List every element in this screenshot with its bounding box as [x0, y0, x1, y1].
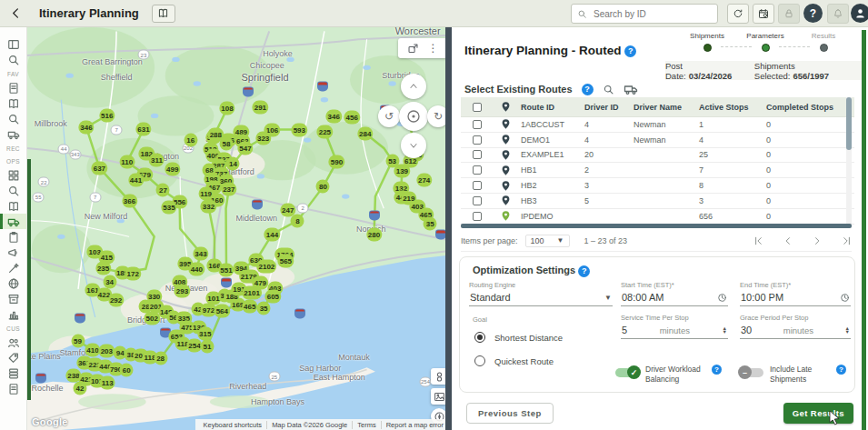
tilt-up-button[interactable] [401, 74, 426, 99]
goal-radio-1[interactable]: Shortest Distance [474, 332, 563, 343]
stop-cluster-marker[interactable]: 80 [316, 180, 330, 194]
tilt-down-button[interactable] [401, 133, 426, 158]
toggle-help-icon[interactable]: ? [712, 365, 722, 375]
row-checkbox[interactable] [473, 150, 482, 159]
documentation-button[interactable] [152, 5, 175, 23]
stop-cluster-marker[interactable]: 110 [119, 155, 135, 169]
toggle-switch[interactable]: ✓ [615, 368, 639, 377]
stepper-arrows-icon[interactable]: ▲▼ [845, 326, 850, 334]
sidebar-item-archive[interactable] [0, 291, 26, 306]
stop-cluster-marker[interactable]: 2101 [242, 285, 262, 299]
stop-cluster-marker[interactable]: 315 [197, 327, 213, 341]
stop-cluster-marker[interactable]: 535 [161, 201, 176, 215]
routes-help-icon[interactable]: ? [582, 84, 594, 95]
sidebar-item-search[interactable] [0, 52, 26, 67]
sidebar-item-panel[interactable] [0, 36, 26, 52]
toggle-help-icon[interactable]: ? [836, 365, 846, 375]
stop-cluster-marker[interactable]: 456 [344, 110, 360, 124]
last-page-button[interactable] [841, 235, 852, 246]
stop-cluster-marker[interactable]: 8 [291, 214, 304, 227]
stop-cluster-marker[interactable]: 440 [189, 262, 205, 275]
stop-cluster-marker[interactable]: 203 [99, 345, 115, 358]
stop-cluster-marker[interactable]: 225 [317, 125, 333, 138]
stop-cluster-marker[interactable]: 343 [193, 246, 208, 260]
row-checkbox[interactable] [473, 196, 482, 205]
sidebar-item-chart[interactable] [0, 306, 26, 322]
stop-cluster-marker[interactable]: 465 [242, 300, 257, 314]
routing-engine-field[interactable]: Routing Engine Standard▼ [469, 281, 613, 306]
stop-cluster-marker[interactable]: 60 [120, 364, 134, 377]
panel-help-icon[interactable]: ? [624, 45, 636, 57]
sidebar-item-grid[interactable] [0, 167, 26, 183]
stop-cluster-marker[interactable]: 292 [108, 293, 124, 306]
stop-cluster-marker[interactable]: 637 [92, 161, 107, 175]
sidebar-item-globe[interactable] [0, 275, 26, 291]
sidebar-item-truck-selected[interactable] [0, 214, 26, 229]
row-checkbox[interactable] [473, 135, 482, 145]
routes-truck-icon[interactable] [624, 82, 638, 96]
radio-icon[interactable] [474, 355, 485, 366]
stop-cluster-marker[interactable]: 113 [100, 375, 115, 389]
stop-cluster-marker[interactable]: 346 [78, 120, 94, 134]
sidebar-item-search[interactable] [0, 183, 26, 198]
stop-cluster-marker[interactable]: 590 [329, 155, 344, 168]
sidebar-item-truck[interactable] [0, 126, 26, 142]
stop-cluster-marker[interactable]: 14 [226, 157, 240, 171]
grace-period-field[interactable]: Grace Period Per Stop 30minutes▲▼ [740, 314, 851, 339]
stop-cluster-marker[interactable]: 280 [366, 227, 382, 241]
pin-icon[interactable] [490, 195, 517, 206]
routes-search-icon[interactable] [603, 84, 614, 95]
global-search[interactable] [571, 4, 718, 24]
stop-cluster-marker[interactable]: 2102 [256, 260, 276, 274]
stop-cluster-marker[interactable]: 332 [201, 200, 216, 214]
attribution-item[interactable]: Map Data ©2026 Google [266, 421, 352, 429]
previous-step-button[interactable]: Previous Step [466, 403, 554, 424]
column-header[interactable]: Route ID [517, 103, 581, 112]
stop-cluster-marker[interactable]: 291 [253, 101, 268, 115]
stop-cluster-marker[interactable]: 593 [292, 123, 307, 136]
column-header[interactable]: Active Stops [695, 103, 763, 112]
stop-cluster-marker[interactable]: 502 [145, 312, 160, 325]
stop-cluster-marker[interactable]: 42 [73, 382, 86, 395]
map-right-scrollbar[interactable] [445, 27, 452, 430]
toggle-switch[interactable]: – [740, 368, 763, 377]
start-time-field[interactable]: Start Time (EST)* 08:00 AM [621, 281, 728, 306]
stepper-arrows-icon[interactable]: ▲▼ [723, 326, 727, 334]
end-time-field[interactable]: End Time (EST)* 10:00 PM [740, 281, 851, 306]
avatar[interactable] [851, 4, 868, 23]
table-row[interactable]: HB2380 [461, 178, 854, 194]
table-row[interactable]: IPDEMO6560 [461, 209, 854, 225]
search-input[interactable] [592, 8, 701, 20]
stop-cluster-marker[interactable]: 144 [264, 227, 280, 241]
column-header[interactable]: Completed Stops [763, 103, 843, 112]
attribution-item[interactable]: Terms [352, 421, 380, 429]
pin-icon[interactable] [490, 165, 517, 176]
pin-icon[interactable] [490, 180, 517, 192]
next-page-button[interactable] [812, 235, 823, 246]
stepper-step-parameters[interactable]: Parameters [739, 32, 792, 52]
attribution-item[interactable]: Keyboard shortcuts [199, 421, 267, 429]
green-pin-icon[interactable] [490, 210, 517, 222]
rotate-ccw-button[interactable]: ↺ [378, 105, 400, 127]
select-all-checkbox[interactable] [473, 103, 482, 112]
stop-cluster-marker[interactable]: 346 [325, 109, 341, 123]
stop-cluster-marker[interactable]: 51 [201, 339, 215, 353]
attribution-item[interactable]: Report a map error [381, 421, 448, 429]
stop-cluster-marker[interactable]: 565 [278, 255, 294, 268]
column-header[interactable]: Driver ID [581, 103, 630, 112]
sidebar-item-clipboard[interactable] [0, 229, 26, 245]
help-button[interactable]: ? [803, 4, 823, 23]
pin-icon[interactable] [490, 118, 517, 130]
row-checkbox[interactable] [473, 165, 482, 175]
service-time-field[interactable]: Service Time Per Stop 5minutes▲▼ [621, 314, 728, 339]
row-checkbox[interactable] [473, 212, 482, 221]
stop-cluster-marker[interactable]: 293 [175, 284, 190, 297]
row-checkbox[interactable] [473, 120, 482, 129]
calendar-button[interactable] [753, 4, 774, 24]
stop-cluster-marker[interactable]: 101 [205, 291, 221, 305]
stop-cluster-marker[interactable]: 441 [128, 173, 144, 186]
stop-cluster-marker[interactable]: 516 [99, 109, 115, 123]
stop-cluster-marker[interactable]: 631 [135, 123, 151, 136]
sidebar-item-people[interactable] [0, 335, 26, 350]
optimization-help-icon[interactable]: ? [578, 265, 590, 277]
